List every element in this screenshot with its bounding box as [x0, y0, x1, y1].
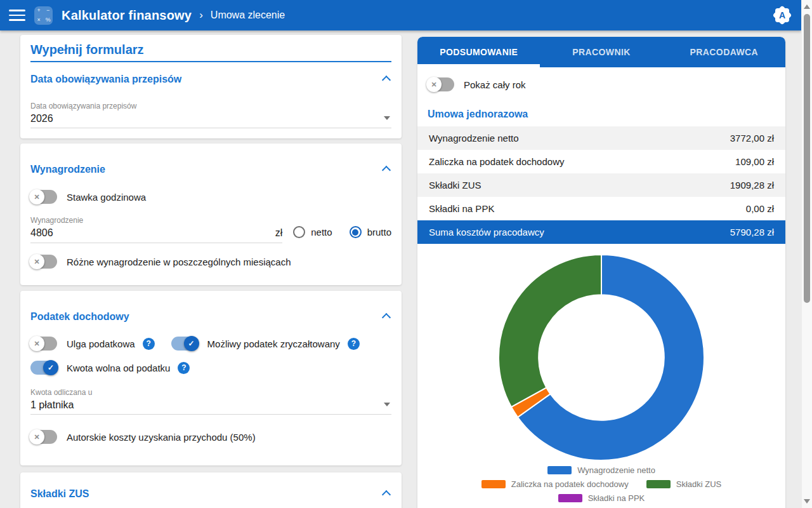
section-header-wynagrodzenie[interactable]: Wynagrodzenie — [30, 163, 391, 175]
legend-row: Składki na PPK — [558, 493, 645, 503]
field-value: 1 płatnika — [30, 399, 391, 411]
app-title: Kalkulator finansowy — [62, 8, 192, 23]
toggle-rozne-wynagrodzenie[interactable] — [30, 255, 57, 269]
legend-item-składki-zus[interactable]: Składki ZUS — [646, 479, 722, 489]
currency-suffix: zł — [275, 227, 283, 239]
select-kwota-odliczana[interactable]: Kwota odliczana u 1 płatnika — [30, 388, 391, 415]
card-form-pay: Wynagrodzenie Stawka godzinowa Wynagrodz… — [20, 144, 402, 285]
calculator-app-icon: +−×% — [34, 6, 53, 25]
summary-row-wynagrodzenie-netto: Wynagrodzenie netto3772,00 zł — [417, 126, 785, 150]
row-value: 109,00 zł — [735, 156, 774, 167]
section-header-podatek[interactable]: Podatek dochodowy — [30, 311, 391, 323]
field-label: Kwota odliczana u — [30, 388, 391, 397]
chevron-up-icon — [382, 490, 391, 499]
scrollbar-down-arrow-icon[interactable] — [804, 499, 810, 504]
section-header-zus[interactable]: Składki ZUS — [30, 488, 391, 500]
input-wynagrodzenie[interactable]: Wynagrodzenie 4806 zł — [30, 216, 282, 243]
legend-item-wynagrodzenie-netto[interactable]: Wynagrodzenie netto — [547, 465, 655, 475]
tab-podsumowanie[interactable]: PODSUMOWANIE — [417, 37, 540, 67]
radio-circle-checked-icon — [350, 226, 362, 238]
row-label: Suma kosztów pracodawcy — [429, 227, 544, 237]
help-icon[interactable] — [178, 362, 190, 374]
toggle-thumb-x-icon — [29, 429, 44, 444]
radio-brutto[interactable]: brutto — [350, 226, 391, 238]
scrollbar-up-arrow-icon[interactable] — [804, 4, 810, 9]
row-value: 3772,00 zł — [730, 133, 774, 144]
toggle-podatek-zryczaltowany[interactable] — [171, 337, 198, 351]
legend-item-składki-na-ppk[interactable]: Składki na PPK — [558, 493, 645, 503]
summary-row-zaliczka-na-podatek-dochodowy: Zaliczka na podatek dochodowy109,00 zł — [417, 150, 785, 173]
legend-label: Wynagrodzenie netto — [577, 465, 655, 475]
donut-chart-svg — [497, 253, 706, 462]
section-title: Data obowiązywania przepisów — [30, 73, 181, 85]
field-value: 4806 — [30, 227, 53, 239]
help-icon[interactable] — [348, 338, 360, 350]
legend-row: Zaliczka na podatek dochodowySkładki ZUS — [481, 479, 722, 489]
toggle-thumb-x-icon — [426, 77, 442, 92]
menu-icon[interactable] — [9, 10, 25, 21]
active-tab-indicator — [417, 64, 540, 67]
row-label: Składki na PPK — [429, 203, 494, 214]
donut-slice-składki-zus — [499, 255, 601, 407]
form-title: Wypełnij formularz — [30, 43, 391, 62]
row-label: Składki ZUS — [429, 180, 481, 190]
summary-table: Wynagrodzenie netto3772,00 złZaliczka na… — [417, 126, 785, 244]
page-scrollbar[interactable] — [801, 0, 812, 508]
legend-swatch-icon — [547, 466, 572, 474]
select-data-przepisow[interactable]: Data obowiązywania przepisów 2026 — [30, 102, 391, 128]
toggle-thumb-x-icon — [29, 189, 44, 204]
dropdown-arrow-icon[interactable] — [384, 116, 390, 120]
toggle-row-rozne-wynagrodzenie: Różne wynagrodzenie w poszczególnych mie… — [30, 255, 391, 269]
section-title: Wynagrodzenie — [30, 163, 105, 175]
toggle-thumb-check-icon — [43, 360, 58, 375]
legend-item-zaliczka-na-podatek-dochodowy[interactable]: Zaliczka na podatek dochodowy — [481, 479, 629, 489]
field-label: Wynagrodzenie — [30, 216, 282, 225]
row-label: Wynagrodzenie netto — [429, 133, 519, 144]
version-badge-icon[interactable]: A — [772, 5, 792, 25]
toggle-stawka-godzinowa[interactable] — [30, 190, 57, 204]
page-content: Wypełnij formularz Data obowiązywania pr… — [0, 30, 801, 508]
legend-label: Składki ZUS — [676, 479, 722, 489]
row-label: Zaliczka na podatek dochodowy — [429, 156, 564, 167]
netto-brutto-radio-group: netto brutto — [293, 226, 391, 243]
breadcrumb-separator-icon: › — [199, 9, 203, 22]
badge-letter: A — [772, 5, 792, 25]
toggle-row-pokaz-caly-rok: Pokaż cały rok — [428, 77, 775, 91]
breadcrumb: Umowa zlecenie — [211, 10, 285, 21]
legend-swatch-icon — [481, 480, 506, 488]
summary-subtitle: Umowa jednorazowa — [428, 108, 775, 120]
toggle-kwota-wolna[interactable] — [30, 361, 57, 375]
toggle-autorskie-koszty[interactable] — [30, 430, 57, 444]
row-value: 5790,28 zł — [730, 227, 774, 237]
section-title: Składki ZUS — [30, 488, 89, 500]
toggle-row-stawka-godzinowa: Stawka godzinowa — [30, 190, 391, 204]
section-title: Podatek dochodowy — [30, 311, 129, 323]
tab-pracownik[interactable]: PRACOWNIK — [540, 37, 662, 67]
section-header-data-przepisow[interactable]: Data obowiązywania przepisów — [30, 73, 391, 85]
toggle-row-kwota-wolna: Kwota wolna od podatku — [30, 361, 391, 375]
toggle-thumb-x-icon — [29, 336, 44, 351]
dropdown-arrow-icon[interactable] — [384, 403, 390, 406]
field-label: Data obowiązywania przepisów — [30, 102, 391, 110]
summary-row-składki-na-ppk: Składki na PPK0,00 zł — [417, 197, 785, 220]
app-header: +−×% Kalkulator finansowy › Umowa zlecen… — [0, 0, 801, 30]
legend-label: Zaliczka na podatek dochodowy — [511, 479, 629, 489]
chevron-up-icon — [382, 76, 391, 84]
chevron-up-icon — [382, 166, 391, 175]
summary-row-suma-kosztów-pracodawcy: Suma kosztów pracodawcy5790,28 zł — [417, 220, 785, 244]
scrollbar-thumb[interactable] — [804, 14, 810, 303]
tab-pracodawca[interactable]: PRACODAWCA — [663, 37, 785, 67]
help-icon[interactable] — [143, 338, 155, 350]
radio-netto[interactable]: netto — [293, 226, 332, 238]
chevron-up-icon — [382, 313, 391, 322]
toggle-pokaz-caly-rok[interactable] — [428, 77, 454, 91]
toggle-row-autorskie-koszty: Autorskie koszty uzyskania przychodu (50… — [30, 430, 391, 444]
toggle-ulga-podatkowa[interactable] — [30, 337, 57, 351]
row-value: 0,00 zł — [746, 203, 774, 214]
toggle-thumb-x-icon — [29, 254, 44, 269]
donut-chart — [417, 253, 785, 462]
legend-swatch-icon — [558, 494, 582, 502]
radio-circle-icon — [293, 226, 305, 238]
card-form-zus: Składki ZUS — [20, 472, 402, 508]
toggle-row-ulga-i-zryczaltowany: Ulga podatkowa Możliwy podatek zryczałto… — [30, 337, 391, 351]
